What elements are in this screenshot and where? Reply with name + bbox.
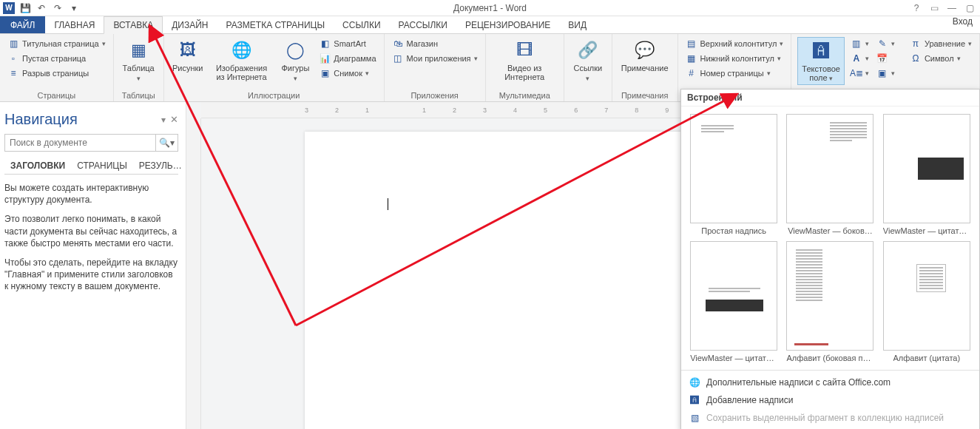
draw-textbox-icon: 🅰 xyxy=(689,394,700,406)
header-button[interactable]: ▤Верхний колонтитул xyxy=(684,37,785,50)
nav-tab-results[interactable]: РЕЗУЛЬ… xyxy=(133,158,188,174)
gallery-item-0[interactable]: Простая надпись xyxy=(689,114,779,235)
store-button[interactable]: 🛍Магазин xyxy=(391,37,479,50)
object-button[interactable]: ▣ xyxy=(875,67,896,80)
equation-button[interactable]: πУравнение xyxy=(908,37,973,50)
navigation-pane: Навигация ▾ ✕ 🔍▾ ЗАГОЛОВКИ СТРАНИЦЫ РЕЗУ… xyxy=(0,102,186,429)
links-button[interactable]: 🔗Ссылки xyxy=(570,37,606,84)
tab-references[interactable]: ССЫЛКИ xyxy=(334,16,389,33)
screenshot-icon: ▣ xyxy=(319,67,331,79)
gallery-draw-textbox[interactable]: 🅰Добавление надписи xyxy=(681,391,979,409)
apps-icon: ◫ xyxy=(392,53,404,64)
quick-access-toolbar: W 💾 ↶ ↷ ▾ xyxy=(0,2,80,14)
gallery-menu: 🌐Дополнительные надписи с сайта Office.c… xyxy=(681,370,979,429)
tab-file[interactable]: ФАЙЛ xyxy=(0,16,45,33)
blank-page-button[interactable]: ▫Пустая страница xyxy=(6,52,107,65)
online-pictures-button[interactable]: 🌐Изображения из Интернета xyxy=(210,37,274,83)
textbox-icon: 🅰 xyxy=(809,39,833,63)
group-links: 🔗Ссылки xyxy=(564,34,612,101)
cover-page-button[interactable]: ▥Титульная страница xyxy=(6,37,107,50)
page-number-button[interactable]: #Номер страницы xyxy=(684,67,785,80)
group-label-comments: Примечания xyxy=(618,89,672,100)
wordart-icon: A xyxy=(851,53,862,64)
search-icon[interactable]: 🔍▾ xyxy=(155,135,178,151)
screenshot-button[interactable]: ▣Снимок xyxy=(317,67,377,80)
nav-search[interactable]: 🔍▾ xyxy=(4,134,178,152)
group-label-pages: Страницы xyxy=(6,89,107,100)
nav-tab-pages[interactable]: СТРАНИЦЫ xyxy=(71,158,133,174)
page-break-button[interactable]: ≡Разрыв страницы xyxy=(6,67,107,80)
tab-mailings[interactable]: РАССЫЛКИ xyxy=(390,16,456,33)
nav-text-2: Это позволит легко понимать, в какой час… xyxy=(4,213,178,249)
chart-button[interactable]: 📊Диаграмма xyxy=(317,52,377,65)
navigation-title: Навигация xyxy=(4,111,78,128)
redo-icon[interactable]: ↷ xyxy=(52,2,64,14)
symbol-button[interactable]: ΩСимвол xyxy=(908,52,973,65)
save-icon[interactable]: 💾 xyxy=(19,2,31,14)
comment-button[interactable]: 💬Примечание xyxy=(618,37,672,74)
gallery-save-selection: ▧Сохранить выделенный фрагмент в коллекц… xyxy=(681,409,979,427)
nav-body: Вы можете создать интерактивную структур… xyxy=(4,182,178,300)
pagenum-icon: # xyxy=(686,67,697,79)
ribbon-display-icon[interactable]: ▭ xyxy=(928,3,940,13)
gallery-item-1[interactable]: ViewMaster — боков… xyxy=(785,114,875,235)
tab-layout[interactable]: РАЗМЕТКА СТРАНИЦЫ xyxy=(217,16,334,33)
gallery-item-3[interactable]: ViewMaster — цитата… xyxy=(689,241,779,362)
gallery-item-4[interactable]: Алфавит (боковая по… xyxy=(785,241,875,362)
equation-icon: π xyxy=(910,38,922,50)
chart-icon: 📊 xyxy=(319,53,331,64)
smartart-icon: ◧ xyxy=(319,38,331,50)
qat-customize-icon[interactable]: ▾ xyxy=(68,2,80,14)
office-icon: 🌐 xyxy=(689,376,700,388)
gallery-more-office[interactable]: 🌐Дополнительные надписи с сайта Office.c… xyxy=(681,374,979,391)
vertical-ruler[interactable] xyxy=(186,118,201,429)
group-tables: ▦ Таблица Таблицы xyxy=(114,34,164,101)
table-icon: ▦ xyxy=(126,38,150,62)
help-icon[interactable]: ? xyxy=(910,3,922,13)
word-icon: W xyxy=(3,2,15,14)
ribbon-tabs: ФАЙЛ ГЛАВНАЯ ВСТАВКА ДИЗАЙН РАЗМЕТКА СТР… xyxy=(0,16,980,34)
search-input[interactable] xyxy=(5,135,155,151)
undo-icon[interactable]: ↶ xyxy=(36,2,47,14)
gallery-item-2[interactable]: ViewMaster — цитата… xyxy=(882,114,972,235)
tab-insert[interactable]: ВСТАВКА xyxy=(104,16,163,34)
tab-home[interactable]: ГЛАВНАЯ xyxy=(45,16,104,33)
pictures-button[interactable]: 🖼Рисунки xyxy=(170,37,206,74)
wordart-button[interactable]: A xyxy=(849,52,871,65)
minimize-icon[interactable]: — xyxy=(946,3,958,13)
dropcap-button[interactable]: A≣ xyxy=(849,67,871,80)
table-button[interactable]: ▦ Таблица xyxy=(120,37,158,84)
signature-button[interactable]: ✎ xyxy=(875,37,896,50)
pictures-icon: 🖼 xyxy=(176,38,200,62)
tab-design[interactable]: ДИЗАЙН xyxy=(163,16,217,33)
sign-in-link[interactable]: Вход xyxy=(945,16,980,33)
smartart-button[interactable]: ◧SmartArt xyxy=(317,37,377,50)
comment-icon: 💬 xyxy=(633,38,657,62)
nav-dropdown-icon[interactable]: ▾ xyxy=(161,115,166,125)
nav-tab-headings[interactable]: ЗАГОЛОВКИ xyxy=(4,158,71,174)
blank-page-icon: ▫ xyxy=(7,53,19,64)
textbox-gallery: Встроенный Простая надпись ViewMaster — … xyxy=(680,89,980,429)
group-illustrations: 🖼Рисунки 🌐Изображения из Интернета ◯Фигу… xyxy=(164,34,385,101)
symbol-icon: Ω xyxy=(910,53,922,64)
nav-close-icon[interactable]: ✕ xyxy=(170,114,178,125)
my-apps-button[interactable]: ◫Мои приложения xyxy=(391,52,479,65)
link-icon: 🔗 xyxy=(576,38,600,62)
nav-text-3: Чтобы это сделать, перейдите на вкладку … xyxy=(4,257,178,293)
textbox-button[interactable]: 🅰Текстовое поле xyxy=(797,37,844,85)
store-icon: 🛍 xyxy=(392,38,404,50)
quickparts-button[interactable]: ▥ xyxy=(849,37,871,50)
datetime-button[interactable]: 📅 xyxy=(875,52,896,65)
group-pages: ▥Титульная страница ▫Пустая страница ≡Ра… xyxy=(0,34,114,101)
gallery-item-5[interactable]: Алфавит (цитата) xyxy=(882,241,972,362)
nav-tabs: ЗАГОЛОВКИ СТРАНИЦЫ РЕЗУЛЬ… xyxy=(4,158,178,175)
maximize-icon[interactable]: ▢ xyxy=(964,3,976,13)
cover-page-icon: ▥ xyxy=(7,38,19,50)
tab-view[interactable]: ВИД xyxy=(559,16,595,33)
shapes-button[interactable]: ◯Фигуры xyxy=(277,37,313,84)
group-comments: 💬Примечание Примечания xyxy=(612,34,678,101)
tab-review[interactable]: РЕЦЕНЗИРОВАНИЕ xyxy=(456,16,559,33)
online-video-button[interactable]: 🎞Видео из Интернета xyxy=(492,37,558,83)
footer-button[interactable]: ▦Нижний колонтитул xyxy=(684,52,785,65)
quickparts-icon: ▥ xyxy=(851,38,862,50)
